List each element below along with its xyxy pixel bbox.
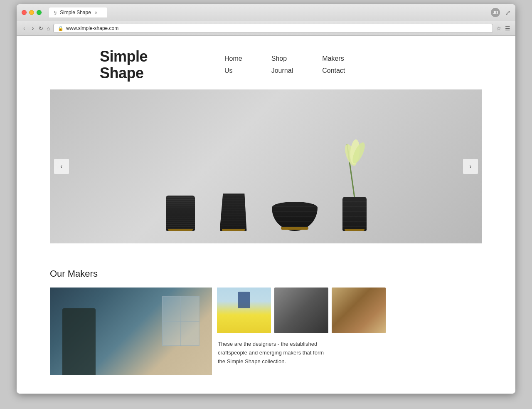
thumb-2-photo — [274, 288, 328, 333]
makers-grid: These are the designers - the establishe… — [50, 288, 482, 375]
logo-line1: Simple — [100, 48, 148, 65]
vase-texture — [342, 197, 367, 231]
makers-description: These are the designers - the establishe… — [217, 340, 325, 366]
nav-link-contact[interactable]: Contact — [322, 65, 345, 77]
thumb-1-figure-top — [238, 292, 250, 308]
browser-tab[interactable]: § Simple Shape ✕ — [49, 7, 107, 17]
traffic-lights — [22, 10, 42, 15]
back-button[interactable]: ‹ — [22, 24, 27, 32]
pottery-cup — [166, 196, 195, 231]
site-logo[interactable]: Simple Shape — [100, 48, 175, 81]
nav-link-makers[interactable]: Makers — [322, 53, 345, 65]
bowl-base — [281, 227, 308, 230]
makers-title: Our Makers — [50, 268, 482, 279]
slider-background — [50, 89, 482, 243]
pitcher-texture — [220, 193, 247, 231]
tab-close-icon[interactable]: ✕ — [94, 10, 98, 15]
lock-icon: 🔒 — [58, 26, 64, 31]
pottery-pitcher-item — [220, 193, 247, 231]
pottery-bowl — [272, 202, 318, 231]
cup-texture — [166, 196, 195, 231]
pitcher-base — [222, 229, 245, 231]
maker-thumb-2[interactable] — [274, 288, 328, 333]
browser-window: § Simple Shape ✕ JD ⤢ ‹ › ↻ ⌂ 🔒 www.simp… — [17, 4, 515, 394]
nav-column-2: Shop Journal — [271, 53, 293, 77]
maker-large-photo — [50, 288, 212, 375]
pottery-vase — [342, 197, 367, 231]
maker-thumb-3[interactable] — [332, 288, 386, 333]
fullscreen-icon[interactable]: ⤢ — [505, 9, 510, 17]
bookmark-icon[interactable]: ☆ — [496, 25, 502, 32]
url-text: www.simple-shape.com — [66, 25, 118, 31]
slider-prev-button[interactable]: ‹ — [54, 159, 69, 174]
maker-thumbnails — [217, 288, 482, 333]
nav-link-journal[interactable]: Journal — [271, 65, 293, 77]
flower-blooms — [344, 139, 365, 173]
browser-titlebar: § Simple Shape ✕ JD ⤢ — [17, 4, 515, 21]
tab-favicon: § — [54, 10, 57, 15]
makers-right-panel: These are the designers - the establishe… — [217, 288, 482, 366]
forward-button[interactable]: › — [30, 24, 36, 32]
nav-column-1: Home Us — [224, 53, 242, 77]
menu-icon[interactable]: ☰ — [505, 25, 510, 32]
window-divider-h — [162, 321, 200, 322]
minimize-button[interactable] — [29, 10, 34, 15]
address-bar[interactable]: 🔒 www.simple-shape.com — [53, 24, 493, 33]
website-content: Simple Shape Home Us Shop Journal Makers… — [17, 36, 515, 394]
vase-base — [345, 229, 365, 231]
pitcher-spout — [246, 196, 251, 203]
site-navigation: Home Us Shop Journal Makers Contact — [224, 53, 374, 77]
nav-link-home[interactable]: Home — [224, 53, 242, 65]
figure — [62, 308, 96, 375]
thumb-3-photo — [332, 288, 386, 333]
nav-link-shop[interactable]: Shop — [271, 53, 293, 65]
slider-next-button[interactable]: › — [463, 159, 478, 174]
logo-line2: Shape — [100, 64, 144, 82]
pottery-bowl-item — [272, 202, 318, 231]
browser-toolbar: ‹ › ↻ ⌂ 🔒 www.simple-shape.com ☆ ☰ — [17, 21, 515, 36]
makers-section: Our Makers — [17, 260, 515, 392]
maker-thumb-1[interactable] — [217, 288, 271, 333]
pottery-pitcher — [220, 193, 247, 231]
maximize-button[interactable] — [37, 10, 42, 15]
flower-arrangement — [344, 139, 365, 198]
site-header: Simple Shape Home Us Shop Journal Makers… — [17, 36, 515, 89]
maker-large-image[interactable] — [50, 288, 212, 375]
chevron-right-icon: › — [469, 163, 471, 170]
home-button[interactable]: ⌂ — [47, 25, 50, 32]
nav-column-3: Makers Contact — [322, 53, 345, 77]
refresh-button[interactable]: ↻ — [39, 25, 43, 32]
close-button[interactable] — [22, 10, 27, 15]
nav-link-us[interactable]: Us — [224, 65, 242, 77]
pottery-vase-group — [342, 197, 367, 231]
user-badge: JD — [491, 8, 500, 17]
pottery-cup-item — [166, 196, 195, 231]
tab-title: Simple Shape — [60, 10, 91, 15]
thumb-1-photo — [217, 288, 271, 333]
chevron-left-icon: ‹ — [60, 163, 62, 170]
hero-slider: ‹ › — [50, 89, 482, 243]
